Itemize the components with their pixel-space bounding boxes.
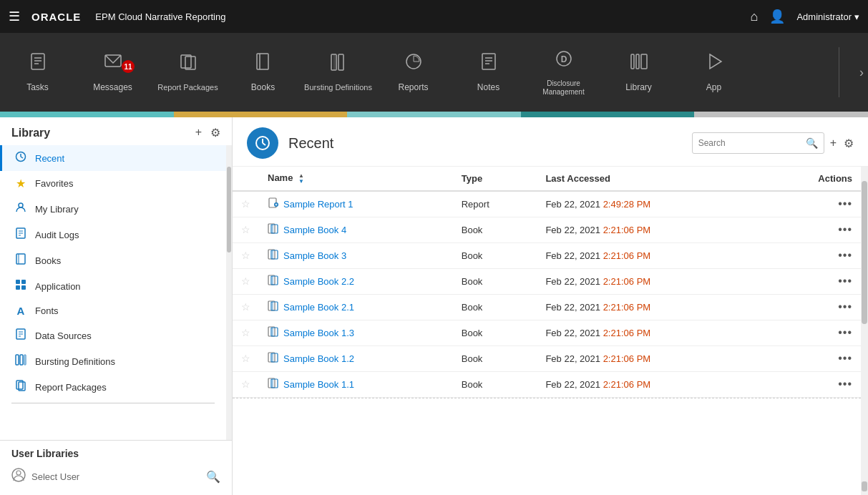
sidebar-item-data-sources[interactable]: Data Sources [0,323,226,348]
row-actions-button[interactable]: ••• [838,249,852,262]
name-cell: Sample Report 1 [259,191,453,217]
time-value: 2:21:06 PM [603,225,651,235]
bursting-definitions-icon [14,354,28,368]
svg-rect-10 [338,54,343,70]
col-type[interactable]: Type [453,167,537,191]
sidebar-item-application[interactable]: Application [0,273,226,299]
row-actions-button[interactable]: ••• [838,352,852,365]
row-actions-button[interactable]: ••• [838,300,852,313]
col-name[interactable]: Name ▲ ▼ [259,167,453,191]
item-link[interactable]: Sample Book 1.2 [268,352,444,366]
star-icon[interactable]: ☆ [241,327,250,338]
content-table: Name ▲ ▼ Type Last Accessed [233,167,861,398]
col-actions-label: Actions [818,173,852,184]
table-scroll[interactable]: Name ▲ ▼ Type Last Accessed [233,167,861,495]
content-header-icons: + ⚙ [830,137,854,150]
row-actions-button[interactable]: ••• [838,197,852,210]
topbar-icons: ⌂ 👤 Administrator ▾ [751,9,859,24]
right-scrollbar[interactable] [861,167,868,495]
row-actions-button[interactable]: ••• [838,378,852,391]
table-row: ☆Sample Book 1.1BookFeb 22, 2021 2:21:06… [233,371,861,397]
data-sources-icon [14,328,28,343]
content-settings-icon[interactable]: ⚙ [844,137,854,150]
sidebar-item-bursting-definitions[interactable]: Bursting Definitions [0,348,226,374]
nav-item-library[interactable]: Library [601,52,676,92]
nav-item-books[interactable]: Books [225,52,301,92]
nav-item-app[interactable]: App [676,52,751,92]
notes-icon [479,52,499,77]
row-actions-button[interactable]: ••• [838,275,852,288]
sidebar-scrollbar[interactable] [226,145,232,440]
nav-item-messages[interactable]: 11 Messages [75,52,150,92]
star-cell: ☆ [233,268,259,294]
content-add-icon[interactable]: + [830,137,837,150]
time-value: 2:21:06 PM [603,353,651,364]
favorites-icon: ★ [14,177,28,190]
nav-item-tasks[interactable]: Tasks [0,52,75,92]
item-link[interactable]: Sample Book 3 [268,249,444,263]
library-icon [629,52,649,77]
notes-label: Notes [477,82,499,92]
recent-icon [14,151,28,165]
table-header-row: Name ▲ ▼ Type Last Accessed [233,167,861,191]
svg-point-26 [19,203,23,207]
star-icon[interactable]: ☆ [241,378,250,390]
nav-item-disclosure[interactable]: D Disclosure Management [526,49,601,97]
sidebar-item-books[interactable]: Books [0,248,226,273]
table-row: ☆Sample Book 4BookFeb 22, 2021 2:21:06 P… [233,217,861,242]
sidebar-settings-icon[interactable]: ⚙ [210,126,220,139]
user-search-icon[interactable]: 🔍 [206,470,220,484]
star-icon[interactable]: ☆ [241,275,250,287]
topbar: ☰ ORACLE EPM Cloud Narrative Reporting ⌂… [0,0,868,33]
nav-chevron-right[interactable]: › [859,65,864,80]
star-icon[interactable]: ☆ [241,250,250,261]
menu-icon[interactable]: ☰ [9,9,20,24]
star-icon[interactable]: ☆ [241,301,250,313]
table-footer [233,398,861,401]
table-row: ☆Sample Report 1ReportFeb 22, 2021 2:49:… [233,191,861,217]
item-link[interactable]: Sample Book 1.3 [268,326,444,340]
sidebar-add-icon[interactable]: + [195,126,202,139]
user-menu[interactable]: Administrator ▾ [796,11,859,22]
star-icon[interactable]: ☆ [241,353,250,364]
search-input[interactable] [693,138,800,148]
nav-item-report-packages[interactable]: Report Packages [150,52,225,92]
table-row: ☆Sample Book 2.2BookFeb 22, 2021 2:21:06… [233,268,861,294]
sidebar-item-fonts[interactable]: A Fonts [0,299,226,323]
report-packages-icon [178,52,198,77]
star-icon[interactable]: ☆ [241,224,250,235]
sidebar: Library + ⚙ Recent ★ Favorites [0,117,233,495]
application-icon [14,279,28,293]
nav-item-reports[interactable]: Reports [376,52,451,92]
item-link[interactable]: Sample Book 2.1 [268,300,444,314]
star-icon[interactable]: ☆ [241,198,250,210]
nav-item-bursting[interactable]: Bursting Definitions [301,52,376,92]
actions-cell: ••• [765,217,861,242]
sidebar-item-recent[interactable]: Recent [0,145,226,171]
date-cell: Feb 22, 2021 2:21:06 PM [537,242,765,268]
sidebar-title: Library [11,127,50,139]
table-outer: Name ▲ ▼ Type Last Accessed [233,167,868,495]
item-link[interactable]: Sample Book 2.2 [268,275,444,288]
col-actions: Actions [765,167,861,191]
svg-rect-34 [21,280,26,284]
item-link[interactable]: Sample Book 1.1 [268,378,444,391]
home-icon[interactable]: ⌂ [751,9,759,24]
person-icon[interactable]: 👤 [769,9,785,24]
sidebar-item-favorites[interactable]: ★ Favorites [0,171,226,196]
sidebar-item-my-library[interactable]: My Library [0,196,226,222]
type-cell: Book [453,268,537,294]
col-last-accessed[interactable]: Last Accessed [537,167,765,191]
svg-marker-22 [710,54,721,69]
row-actions-button[interactable]: ••• [838,223,852,236]
svg-rect-9 [331,54,336,70]
svg-rect-20 [636,54,639,69]
nav-item-notes[interactable]: Notes [451,52,526,92]
row-actions-button[interactable]: ••• [838,326,852,339]
sidebar-item-report-packages[interactable]: Report Packages [0,374,226,400]
sort-icons-name[interactable]: ▲ ▼ [298,173,304,185]
item-link[interactable]: Sample Report 1 [268,197,444,211]
item-link[interactable]: Sample Book 4 [268,223,444,237]
search-button[interactable]: 🔍 [800,137,824,149]
sidebar-item-audit-logs[interactable]: Audit Logs [0,222,226,248]
